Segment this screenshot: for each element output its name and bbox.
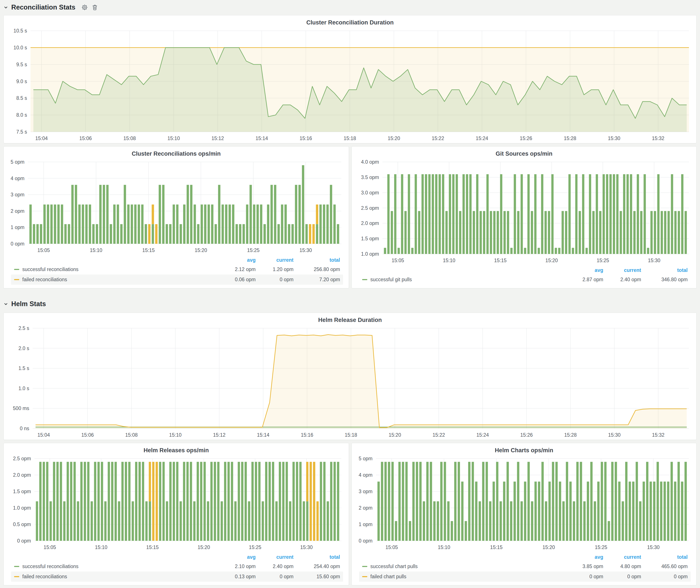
legend-sort-total[interactable]: total — [641, 554, 688, 560]
panel-title[interactable]: Helm Charts ops/min — [352, 443, 696, 455]
svg-text:15:25: 15:25 — [247, 247, 260, 253]
legend-value: 1.20 opm — [256, 267, 294, 272]
svg-text:4.0 opm: 4.0 opm — [361, 159, 379, 165]
svg-text:15:20: 15:20 — [195, 247, 207, 253]
legend-value: 0 opm — [256, 574, 294, 580]
legend-value: 0.13 opm — [218, 574, 256, 580]
legend-sort-avg[interactable]: avg — [565, 267, 603, 273]
section-title[interactable]: Reconciliation Stats — [11, 3, 75, 11]
series-label[interactable]: failed chart pulls — [370, 574, 406, 580]
svg-text:15:25: 15:25 — [597, 258, 609, 263]
legend-row: successful reconciliations2.10 opm2.40 o… — [11, 561, 343, 572]
legend-value: 465.60 opm — [641, 564, 688, 569]
helm-release-duration-chart[interactable]: 0 ns500 ms1.0 s1.5 s2.0 s2.5 s15:0415:06… — [6, 325, 694, 440]
series-color-dash — [14, 279, 19, 280]
svg-text:1.5 s: 1.5 s — [18, 365, 29, 371]
helm-charts-opm-chart[interactable]: 0 opm1 opm2 opm3 opm4 opm5 opm15:0515:10… — [354, 455, 694, 552]
svg-text:5 opm: 5 opm — [359, 456, 373, 461]
panel-title[interactable]: Helm Releases ops/min — [4, 443, 349, 455]
svg-text:2 opm: 2 opm — [359, 505, 373, 511]
svg-text:10.0 s: 10.0 s — [13, 45, 27, 50]
svg-text:15:10: 15:10 — [438, 544, 450, 550]
cluster-reconciliations-opm-chart[interactable]: 0 opm1 opm2 opm3 opm4 opm5 opm15:0515:10… — [6, 158, 346, 255]
svg-text:10.5 s: 10.5 s — [13, 28, 27, 34]
svg-text:15:28: 15:28 — [564, 136, 576, 141]
svg-text:2.0 opm: 2.0 opm — [361, 220, 379, 226]
svg-text:1 opm: 1 opm — [359, 522, 373, 527]
svg-text:7.5 s: 7.5 s — [16, 129, 27, 135]
legend-row: successful reconciliations2.12 opm1.20 o… — [11, 264, 343, 275]
panel-title[interactable]: Helm Release Duration — [4, 313, 696, 325]
section-header-reconciliation-stats[interactable]: Reconciliation Stats — [3, 1, 98, 13]
svg-text:15:30: 15:30 — [300, 247, 312, 253]
legend-sort-current[interactable]: current — [603, 267, 641, 273]
svg-text:1.0 opm: 1.0 opm — [361, 251, 379, 257]
svg-text:15:10: 15:10 — [443, 258, 455, 263]
svg-text:15:16: 15:16 — [300, 136, 312, 141]
panel-title[interactable]: Git Sources ops/min — [352, 147, 696, 158]
svg-text:15:30: 15:30 — [300, 544, 313, 550]
section-delete-button[interactable] — [92, 4, 98, 11]
svg-text:15:06: 15:06 — [81, 432, 94, 438]
helm-releases-opm-chart[interactable]: 0 opm0.5 opm1.0 opm1.5 opm2.0 opm2.5 opm… — [6, 455, 346, 552]
section-title[interactable]: Helm Stats — [11, 300, 46, 308]
legend-value: 2.40 opm — [603, 277, 641, 283]
svg-text:15:26: 15:26 — [520, 136, 532, 141]
svg-text:4 opm: 4 opm — [359, 472, 373, 478]
legend-sort-total[interactable]: total — [294, 257, 340, 263]
legend-sort-avg[interactable]: avg — [565, 554, 603, 560]
svg-text:1.5 opm: 1.5 opm — [13, 489, 31, 494]
legend-header: avgcurrenttotal — [11, 552, 343, 561]
panel-cluster-reconciliation-duration: Cluster Reconciliation Duration 7.5 s8.0… — [3, 15, 697, 143]
svg-text:8.5 s: 8.5 s — [16, 95, 27, 101]
series-label[interactable]: successful chart pulls — [370, 564, 418, 569]
svg-text:15:10: 15:10 — [90, 247, 102, 253]
section-header-helm-stats[interactable]: Helm Stats — [3, 298, 46, 310]
panel-title[interactable]: Cluster Reconciliations ops/min — [4, 147, 349, 158]
svg-text:15:05: 15:05 — [37, 247, 50, 253]
legend-value: 0 opm — [641, 574, 688, 580]
dashboard: Reconciliation Stats Cluster Reconciliat… — [0, 0, 700, 588]
series-label[interactable]: successful git pulls — [370, 277, 412, 283]
series-label[interactable]: failed reconciliations — [22, 574, 67, 580]
legend-value: 2.12 opm — [218, 267, 256, 272]
git-sources-opm-chart[interactable]: 1.0 opm1.5 opm2.0 opm2.5 opm3.0 opm3.5 o… — [354, 158, 694, 265]
legend-sort-avg[interactable]: avg — [218, 257, 256, 263]
svg-text:9.0 s: 9.0 s — [16, 79, 27, 84]
svg-text:15:18: 15:18 — [345, 432, 357, 438]
legend-sort-total[interactable]: total — [641, 267, 688, 273]
svg-text:15:25: 15:25 — [249, 544, 261, 550]
series-label[interactable]: successful reconciliations — [22, 564, 79, 569]
svg-text:0 opm: 0 opm — [11, 241, 24, 247]
svg-text:9.5 s: 9.5 s — [16, 62, 27, 67]
svg-text:500 ms: 500 ms — [13, 405, 29, 411]
svg-text:5 opm: 5 opm — [11, 159, 24, 165]
svg-text:15:20: 15:20 — [545, 258, 558, 263]
svg-text:15:05: 15:05 — [44, 544, 56, 550]
legend-sort-avg[interactable]: avg — [218, 554, 256, 560]
svg-text:2.5 opm: 2.5 opm — [13, 456, 31, 461]
legend-sort-current[interactable]: current — [256, 554, 294, 560]
svg-text:15:20: 15:20 — [542, 544, 555, 550]
svg-text:15:04: 15:04 — [37, 432, 50, 438]
svg-text:15:08: 15:08 — [123, 136, 136, 141]
svg-text:1.5 opm: 1.5 opm — [361, 236, 379, 241]
legend-value: 254.40 opm — [294, 564, 340, 569]
legend-sort-current[interactable]: current — [603, 554, 641, 560]
legend-sort-current[interactable]: current — [256, 257, 294, 263]
cluster-reconciliation-duration-chart[interactable]: 7.5 s8.0 s8.5 s9.0 s9.5 s10.0 s10.5 s15:… — [6, 27, 694, 143]
series-color-dash — [362, 576, 367, 577]
series-label[interactable]: successful reconciliations — [22, 267, 79, 272]
svg-text:15:20: 15:20 — [388, 136, 400, 141]
series-label[interactable]: failed reconciliations — [22, 277, 67, 283]
svg-text:1.0 s: 1.0 s — [18, 386, 29, 391]
legend-row: failed reconciliations0.06 opm0 opm7.20 … — [11, 275, 343, 285]
panel-title[interactable]: Cluster Reconciliation Duration — [4, 15, 696, 27]
svg-text:15:18: 15:18 — [344, 136, 356, 141]
chevron-down-icon — [3, 5, 9, 10]
legend-sort-total[interactable]: total — [294, 554, 340, 560]
section-settings-button[interactable] — [81, 4, 88, 11]
svg-text:15:20: 15:20 — [389, 432, 401, 438]
series-color-dash — [14, 576, 19, 577]
legend-value: 0.06 opm — [218, 277, 256, 283]
